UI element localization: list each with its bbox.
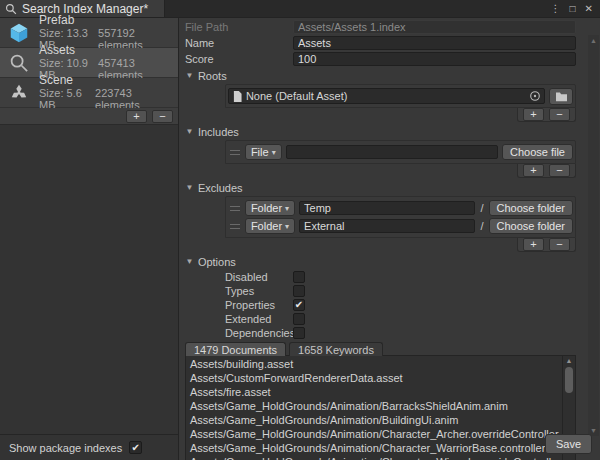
tab-documents[interactable]: 1479 Documents	[185, 342, 286, 356]
dependencies-checkbox[interactable]	[293, 327, 305, 339]
sidebar-empty-area	[0, 125, 178, 434]
option-label: Disabled	[225, 271, 293, 283]
exclude-row: Folder ▾ / Choose folder	[228, 199, 573, 217]
options-foldout[interactable]: ▼ Options	[185, 254, 576, 269]
documents-list: Assets/building.asset Assets/CustomForwa…	[185, 355, 576, 460]
add-exclude-button[interactable]: +	[523, 238, 544, 251]
root-browse-folder-button[interactable]	[549, 88, 573, 105]
score-row: Score	[185, 52, 576, 66]
document-row[interactable]: Assets/Game_HoldGrounds/Animation/Buildi…	[186, 413, 561, 427]
file-path-field	[293, 20, 576, 34]
add-root-button[interactable]: +	[523, 108, 544, 121]
option-label: Properties	[225, 299, 293, 311]
save-button[interactable]: Save	[545, 434, 592, 454]
panel-scrollbar[interactable]: ▲ ▼	[588, 35, 599, 436]
drag-handle-icon[interactable]	[230, 224, 240, 229]
add-include-button[interactable]: +	[523, 164, 544, 177]
tab-keywords[interactable]: 1658 Keywords	[289, 342, 383, 356]
remove-exclude-button[interactable]: −	[549, 238, 570, 251]
roots-footer: + −	[185, 108, 576, 122]
add-index-button[interactable]: +	[126, 110, 147, 123]
index-name: Scene	[39, 73, 73, 87]
choose-file-button[interactable]: Choose file	[502, 144, 573, 160]
unity-scene-icon	[7, 81, 31, 105]
object-picker-icon[interactable]	[529, 90, 541, 102]
document-row[interactable]: Assets/Game_HoldGrounds/Animation/Charac…	[186, 455, 561, 460]
remove-index-button[interactable]: −	[152, 110, 173, 123]
disabled-checkbox[interactable]	[293, 271, 305, 283]
option-label: Extended	[225, 313, 293, 325]
includes-foldout[interactable]: ▼ Includes	[185, 124, 576, 139]
remove-include-button[interactable]: −	[549, 164, 570, 177]
exclude-path-field[interactable]	[299, 219, 475, 233]
index-settings-panel: File Path Name Score ▼ Roots	[179, 18, 600, 460]
exclude-type-value: Folder	[251, 202, 282, 214]
maximize-icon[interactable]: □	[570, 4, 576, 14]
search-index-manager-window: Search Index Manager* ⋮ □ ✕ Prefab	[0, 0, 600, 460]
exclude-path-field[interactable]	[299, 201, 475, 215]
exclude-type-dropdown[interactable]: Folder ▾	[245, 200, 295, 216]
results-tabs: 1479 Documents 1658 Keywords	[185, 342, 576, 356]
sidebar-item-scene[interactable]: Scene Size: 5.6 MB 223743 elements	[0, 78, 178, 108]
index-name: Assets	[39, 43, 75, 57]
excludes-footer: + −	[185, 238, 576, 252]
scroll-up-icon[interactable]: ▲	[590, 37, 597, 44]
show-package-indexes-checkbox[interactable]: ✔	[129, 441, 142, 454]
option-row-disabled: Disabled	[185, 270, 576, 283]
exclude-type-value: Folder	[251, 220, 282, 232]
document-row[interactable]: Assets/Game_HoldGrounds/Animation/Barrac…	[186, 399, 561, 413]
default-asset-icon	[233, 91, 242, 102]
excludes-foldout[interactable]: ▼ Excludes	[185, 180, 576, 195]
document-row[interactable]: Assets/building.asset	[186, 357, 561, 371]
option-row-dependencies: Dependencies	[185, 326, 576, 339]
scroll-down-icon[interactable]: ▼	[590, 427, 597, 434]
document-row[interactable]: Assets/Game_HoldGrounds/Animation/Charac…	[186, 427, 561, 441]
excludes-list: Folder ▾ / Choose folder Folder ▾ / Choo	[225, 196, 576, 238]
exclude-row: Folder ▾ / Choose folder	[228, 217, 573, 235]
foldout-arrow-icon: ▼	[185, 257, 194, 266]
name-label: Name	[185, 37, 293, 49]
option-label: Types	[225, 285, 293, 297]
path-separator: /	[479, 202, 484, 214]
name-field[interactable]	[293, 36, 576, 50]
include-type-dropdown[interactable]: File ▾	[245, 144, 282, 160]
scrollbar-thumb[interactable]	[565, 367, 573, 393]
show-package-indexes-label: Show package indexes	[9, 442, 122, 454]
search-index-icon	[7, 51, 31, 75]
close-icon[interactable]: ✕	[585, 4, 593, 14]
document-row[interactable]: Assets/CustomForwardRendererData.asset	[186, 371, 561, 385]
roots-foldout[interactable]: ▼ Roots	[185, 68, 576, 83]
foldout-arrow-icon: ▼	[185, 183, 194, 192]
include-type-value: File	[251, 146, 269, 158]
tab-bar-spacer	[165, 0, 550, 17]
properties-checkbox[interactable]: ✔	[293, 299, 305, 311]
folder-icon	[555, 91, 568, 102]
include-path-field[interactable]	[286, 145, 498, 159]
root-object-field[interactable]: None (Default Asset)	[228, 88, 545, 104]
drag-handle-icon[interactable]	[230, 150, 240, 155]
includes-footer: + −	[185, 164, 576, 178]
excludes-title: Excludes	[198, 182, 243, 194]
option-row-extended: Extended	[185, 312, 576, 325]
choose-folder-button[interactable]: Choose folder	[489, 200, 574, 216]
path-separator: /	[479, 220, 484, 232]
include-row: File ▾ Choose file	[228, 143, 573, 161]
option-label: Dependencies	[225, 327, 293, 339]
remove-root-button[interactable]: −	[549, 108, 570, 121]
score-label: Score	[185, 53, 293, 65]
types-checkbox[interactable]	[293, 285, 305, 297]
scroll-up-icon[interactable]: ▲	[566, 356, 573, 366]
exclude-type-dropdown[interactable]: Folder ▾	[245, 218, 295, 234]
extended-checkbox[interactable]	[293, 313, 305, 325]
window-menu-icon[interactable]: ⋮	[551, 4, 561, 14]
root-row: None (Default Asset)	[228, 87, 573, 105]
root-object-value: None (Default Asset)	[246, 90, 348, 102]
document-row[interactable]: Assets/fire.asset	[186, 385, 561, 399]
chevron-down-icon: ▾	[272, 148, 276, 157]
foldout-arrow-icon: ▼	[185, 71, 194, 80]
choose-folder-button[interactable]: Choose folder	[489, 218, 574, 234]
drag-handle-icon[interactable]	[230, 206, 240, 211]
index-list-toolbar: + −	[0, 108, 178, 125]
score-field[interactable]	[293, 52, 576, 66]
document-row[interactable]: Assets/Game_HoldGrounds/Animation/Charac…	[186, 441, 561, 455]
